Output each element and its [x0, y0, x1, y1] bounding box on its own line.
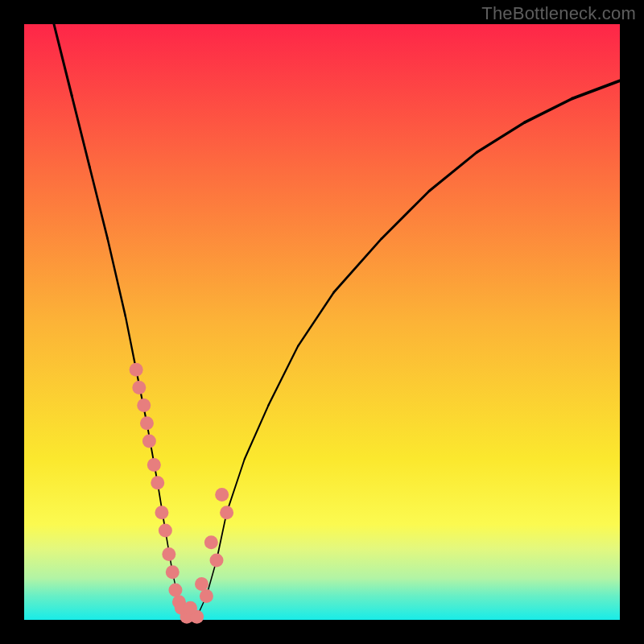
curve-segment: [108, 238, 126, 316]
plot-area: [24, 24, 620, 620]
highlight-dot: [155, 506, 168, 519]
highlight-dot: [210, 554, 224, 568]
chart-stage: TheBottleneck.com: [0, 0, 644, 644]
highlight-dot: [215, 488, 229, 502]
curve-segment: [245, 406, 269, 460]
curve-svg: [24, 24, 620, 620]
highlight-dot: [220, 506, 233, 519]
highlight-dot: [151, 476, 164, 489]
curve-segment: [72, 96, 89, 167]
curve-segment: [525, 99, 572, 123]
curve-segment: [268, 346, 298, 406]
highlight-dot: [195, 577, 208, 591]
curve-segment: [429, 152, 477, 191]
dots-group: [130, 363, 233, 624]
curve-segment: [227, 459, 245, 513]
highlight-dot: [140, 416, 154, 430]
curve-segment: [147, 423, 157, 483]
highlight-dot: [166, 565, 180, 579]
highlight-dot: [130, 363, 143, 377]
curve-segment: [136, 369, 147, 423]
highlight-dot: [184, 601, 197, 615]
highlight-dot: [137, 398, 151, 412]
curve-segment: [89, 167, 107, 239]
curve-group: [54, 24, 620, 617]
highlight-dot: [162, 547, 175, 561]
curve-segment: [572, 80, 620, 98]
highlight-dot: [200, 589, 213, 603]
curve-segment: [54, 24, 72, 96]
highlight-dot: [132, 381, 146, 394]
highlight-dot: [159, 524, 172, 538]
curve-segment: [334, 238, 382, 292]
curve-segment: [477, 122, 524, 152]
curve-segment: [382, 191, 429, 238]
highlight-dot: [168, 584, 182, 597]
curve-segment: [126, 316, 136, 370]
highlight-dot: [204, 535, 218, 549]
curve-segment: [217, 513, 227, 560]
highlight-dot: [142, 435, 156, 448]
highlight-dot: [147, 458, 161, 472]
curve-segment: [298, 292, 333, 346]
watermark-label: TheBottleneck.com: [481, 3, 636, 24]
